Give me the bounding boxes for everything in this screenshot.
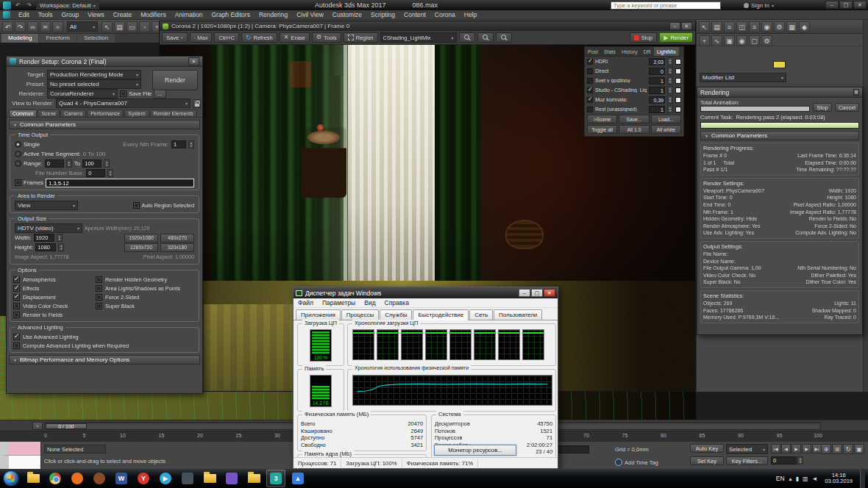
unlink-icon[interactable]: ≍ (40, 21, 51, 32)
lock-icon[interactable] (193, 99, 201, 108)
layers-icon[interactable]: ≡ (724, 21, 735, 32)
word-icon[interactable]: W (112, 470, 131, 487)
rendering-common-parameters-rollout[interactable]: Common Parameters (700, 131, 859, 140)
menu-scripting[interactable]: Scripting (366, 10, 399, 20)
taskmgr-tab-пользователи[interactable]: Пользователи (494, 309, 542, 320)
render-setup-tab-performance[interactable]: Performance (87, 110, 124, 117)
listener-script-row[interactable] (0, 456, 40, 470)
nth-frame-field[interactable]: 1 (171, 140, 186, 148)
spinner[interactable] (66, 159, 72, 168)
next-frame-button[interactable]: ▶ (802, 444, 811, 453)
lightmix-checkbox[interactable] (587, 68, 593, 74)
ribbon-tab-selection[interactable]: Selection (77, 34, 115, 43)
rendering-close-button[interactable]: ✕ (853, 89, 859, 96)
app-dark-icon[interactable] (178, 470, 197, 487)
listener-macro-row[interactable] (0, 442, 40, 456)
taskmgr-tab-службы[interactable]: Службы (380, 309, 412, 320)
res-480x270-button[interactable]: 480x270 (160, 234, 194, 243)
modify-tab-icon[interactable]: ∿ (711, 35, 722, 46)
color-swatch[interactable] (675, 97, 681, 103)
ribbon-tab-modeling[interactable]: Modeling (1, 34, 38, 43)
photo-viewer-icon[interactable]: ▲ (288, 470, 307, 487)
volume-icon[interactable]: ◄ (812, 476, 818, 482)
play-button[interactable]: ▶ (791, 444, 801, 453)
yandex-icon[interactable]: Y (134, 470, 153, 487)
checkbox[interactable] (13, 303, 20, 309)
file-number-base-field[interactable]: 0 (86, 169, 105, 177)
quick-access-icon[interactable]: ↷ (25, 1, 33, 10)
vfb-zoom-reset-button[interactable] (477, 32, 494, 43)
firefox-icon[interactable] (68, 470, 87, 487)
mirror-icon[interactable]: ◫ (736, 21, 747, 32)
max-menu-icon[interactable] (3, 11, 10, 18)
checkbox[interactable] (13, 312, 20, 318)
start-button[interactable] (3, 470, 19, 487)
lightmix-intensity-field[interactable]: 1 (649, 106, 665, 113)
lightmix-button-save[interactable]: Save... (619, 115, 649, 123)
menu-views[interactable]: Views (83, 10, 109, 20)
menu-corona[interactable]: Corona (430, 10, 460, 20)
checkbox[interactable] (96, 294, 102, 301)
maximize-viewport-button[interactable]: ▣ (854, 444, 864, 454)
spinner[interactable] (667, 105, 673, 113)
vfb-close-button[interactable]: ✕ (681, 22, 692, 30)
area-dropdown[interactable]: View (15, 201, 78, 210)
select-region-icon[interactable]: ▭ (127, 21, 138, 32)
network-icon[interactable]: ▥ (803, 476, 808, 482)
vfb-refresh-button[interactable]: ↻Refresh (241, 32, 277, 43)
active-segment-radio[interactable] (15, 151, 21, 157)
render-setup-icon[interactable]: ⚙ (774, 21, 785, 32)
battery-icon[interactable]: ▮ (796, 476, 799, 482)
vfb-titlebar[interactable]: Corona 2 | 1920×1080px (1:2) | Camera: P… (160, 21, 695, 31)
menu-rendering[interactable]: Rendering (255, 10, 292, 20)
panel-scrollbar[interactable] (863, 20, 868, 392)
spinner[interactable] (667, 86, 673, 94)
zoom-button[interactable]: ⊕ (821, 444, 831, 454)
res-320x180-button[interactable]: 320x180 (160, 243, 194, 252)
zoom-all-button[interactable]: ⊞ (832, 444, 842, 454)
range-to-field[interactable]: 100 (82, 159, 102, 168)
width-field[interactable]: 1920 (34, 234, 54, 242)
renderer-dropdown[interactable]: CoronaRenderer (47, 89, 118, 98)
vfb-minimize-button[interactable]: – (669, 22, 680, 30)
single-radio[interactable] (15, 141, 21, 148)
mini-curve-editor-button[interactable]: ≈ (32, 422, 43, 430)
target-dropdown[interactable]: Production Rendering Mode (47, 70, 141, 79)
motion-tab-icon[interactable]: ◉ (736, 35, 747, 46)
color-swatch[interactable] (675, 68, 681, 74)
align-icon[interactable]: ≡ (749, 21, 760, 32)
quick-access-icon[interactable]: ↶ (14, 1, 22, 10)
menu-edit[interactable]: Edit (14, 10, 34, 20)
folder-2-icon[interactable] (200, 470, 219, 487)
set-key-button[interactable]: Set Key (690, 456, 724, 465)
save-file-browse-button[interactable]: ... (154, 90, 166, 98)
res-1280x720-button[interactable]: 1280x720 (124, 243, 158, 252)
vfb-region-button[interactable]: Region (344, 32, 378, 43)
taskmgr-maximize-button[interactable]: ▢ (531, 289, 543, 297)
vfb-stop-button[interactable]: Stop (630, 32, 657, 43)
auto-key-button[interactable]: Auto Key (690, 444, 724, 453)
menu-group[interactable]: Group (57, 10, 84, 20)
taskbar-clock[interactable]: 14:16 03.03.2019 (822, 473, 855, 485)
render-frame-icon[interactable]: ▦ (786, 21, 797, 32)
signin-button[interactable]: Sign In (744, 0, 774, 10)
vfb-zoom-out-button[interactable] (459, 32, 475, 43)
workspace-dropdown[interactable]: Workspace: Default (36, 1, 99, 10)
range-radio[interactable] (15, 160, 21, 167)
color-swatch[interactable] (675, 59, 681, 65)
menu-help[interactable]: Help (460, 10, 481, 20)
render-setup-tab-render-elements[interactable]: Render Elements (150, 110, 197, 117)
create-tab-icon[interactable]: + (699, 35, 710, 46)
checkbox[interactable] (96, 303, 102, 309)
render-setup-tab-common[interactable]: Common (9, 110, 37, 117)
frame-number-field[interactable]: 0 (771, 456, 797, 464)
bitmap-performance-rollout[interactable]: Bitmap Performance and Memory Options (9, 355, 200, 365)
max-logo-icon[interactable] (3, 1, 11, 10)
vfb-tab-stats[interactable]: Stats (601, 47, 619, 56)
render-setup-tab-system[interactable]: System (124, 110, 149, 117)
lightmix-intensity-field[interactable]: 0 (649, 68, 665, 75)
spinner[interactable] (797, 456, 803, 464)
vfb-copy-button[interactable]: Ctrl+C (214, 32, 238, 43)
res-1920x1080-button[interactable]: 1920x1080 (124, 234, 158, 243)
render-setup-titlebar[interactable]: Render Setup: Corona 2 (Final) ✕ (7, 57, 202, 67)
